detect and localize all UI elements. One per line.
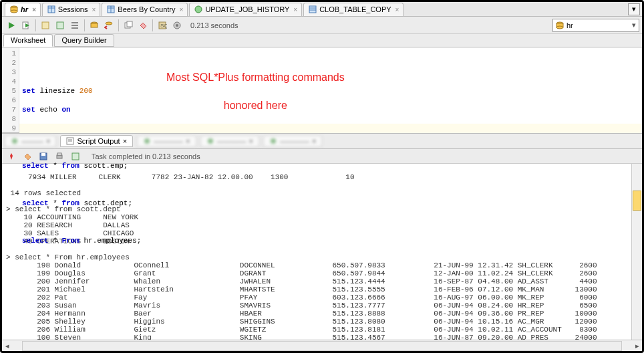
- svg-point-9: [195, 6, 202, 13]
- timing-label: 0.213 seconds: [190, 21, 238, 29]
- tabs-overflow-button[interactable]: ▾: [628, 3, 640, 15]
- worksheet-subtabs: Worksheet Query Builder: [2, 34, 642, 47]
- tab-label: Beers By Country: [118, 5, 175, 13]
- svg-rect-10: [309, 6, 316, 13]
- horizontal-scrollbar[interactable]: ◂ ▸: [2, 340, 642, 351]
- history-button[interactable]: SQL: [156, 19, 169, 32]
- tab-hr[interactable]: hr ×: [5, 3, 41, 16]
- chevron-down-icon: ▾: [632, 21, 636, 29]
- svg-point-23: [106, 22, 112, 25]
- tab-label: UPDATE_JOB_HISTORY: [205, 5, 289, 13]
- svg-marker-13: [9, 22, 15, 29]
- schema-name: hr: [567, 21, 573, 29]
- tab-clob[interactable]: CLOB_TABLE_COPY ×: [303, 3, 404, 16]
- commit-button[interactable]: [88, 19, 101, 32]
- schema-dropdown[interactable]: hr ▾: [552, 19, 639, 32]
- file-tabs: hr × Sessions × Beers By Country × UPDAT…: [2, 2, 642, 17]
- svg-rect-18: [71, 22, 78, 23]
- close-icon[interactable]: ×: [32, 6, 36, 13]
- svg-point-29: [176, 24, 178, 27]
- svg-point-33: [12, 138, 17, 144]
- svg-rect-16: [42, 22, 49, 29]
- annotation-text: Most SQL*Plus formatting commands honore…: [166, 54, 345, 129]
- close-icon[interactable]: ×: [395, 6, 399, 13]
- tab-label: CLOB_TABLE_COPY: [319, 5, 391, 13]
- tab-beers[interactable]: Beers By Country ×: [102, 3, 188, 16]
- sql-tuning-button[interactable]: [68, 19, 82, 32]
- unshared-button[interactable]: [122, 19, 135, 32]
- worksheet-toolbar: SQL 0.213 seconds hr ▾: [2, 17, 642, 34]
- pin-button[interactable]: [5, 150, 18, 163]
- db-icon: [9, 5, 19, 14]
- svg-rect-20: [71, 27, 78, 29]
- subtab-query-builder[interactable]: Query Builder: [54, 34, 114, 47]
- svg-rect-19: [71, 25, 78, 26]
- autotrace-button[interactable]: [53, 19, 67, 32]
- sql-editor[interactable]: 123456789 set linesize 200 set echo on s…: [2, 47, 642, 133]
- rollback-button[interactable]: [102, 19, 116, 32]
- tab-sessions[interactable]: Sessions ×: [42, 3, 100, 16]
- svg-rect-17: [57, 22, 63, 29]
- clear-button[interactable]: [136, 19, 150, 32]
- subtab-worksheet[interactable]: Worksheet: [3, 34, 53, 47]
- svg-point-32: [556, 26, 563, 29]
- line-gutter: 123456789: [2, 47, 19, 132]
- explain-plan-button[interactable]: [39, 19, 52, 32]
- tab-label: hr: [21, 5, 28, 13]
- db-icon: [556, 21, 564, 29]
- run-button[interactable]: [5, 19, 18, 32]
- tab-update-job[interactable]: UPDATE_JOB_HISTORY ×: [189, 3, 302, 16]
- table-icon: [308, 5, 317, 14]
- close-icon[interactable]: ×: [180, 6, 184, 13]
- svg-rect-25: [127, 21, 132, 27]
- close-icon[interactable]: ×: [92, 6, 96, 13]
- grid-icon: [106, 5, 116, 14]
- tab-label: Sessions: [58, 5, 88, 13]
- svg-text:SQL: SQL: [160, 23, 167, 29]
- close-icon[interactable]: ×: [293, 6, 297, 13]
- svg-point-2: [11, 10, 17, 13]
- run-script-button[interactable]: [19, 19, 33, 32]
- options-button[interactable]: [170, 19, 184, 32]
- grid-icon: [47, 5, 56, 14]
- proc-icon: [194, 5, 203, 14]
- svg-rect-22: [91, 23, 98, 27]
